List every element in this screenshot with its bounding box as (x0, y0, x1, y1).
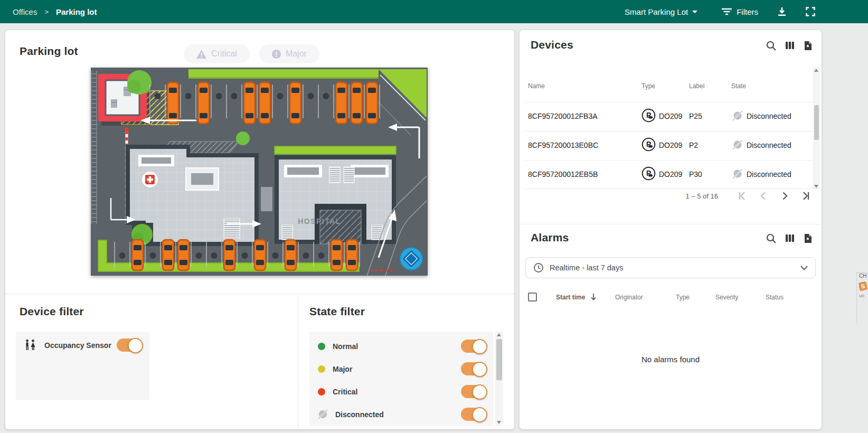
map-marker[interactable] (400, 248, 422, 270)
exclamation-circle-icon (272, 50, 281, 59)
toggle-disconnected[interactable] (461, 408, 485, 421)
parking-sensor-dot[interactable] (308, 93, 314, 99)
entity-select-label: Smart Parking Lot (625, 7, 688, 16)
col-alarm-type[interactable]: Type (676, 294, 690, 301)
parked-car[interactable] (285, 240, 296, 270)
section-divider (5, 294, 514, 294)
parking-sensor-dot[interactable] (185, 93, 192, 99)
alarms-columns-button[interactable] (785, 233, 795, 243)
device-type: DO209 (659, 141, 682, 149)
parking-sensor-dot[interactable] (196, 252, 202, 259)
parked-car[interactable] (167, 82, 178, 124)
alarms-title: Alarms (531, 231, 569, 244)
warning-triangle-icon (196, 50, 206, 59)
parking-sensor-dot[interactable] (231, 93, 238, 99)
row-divider (525, 189, 816, 189)
parking-sensor-dot[interactable] (323, 93, 329, 99)
filter-list-icon (722, 8, 732, 15)
col-severity[interactable]: Severity (715, 294, 738, 301)
toggle-occupancy-sensor[interactable] (117, 338, 141, 352)
parking-sensor-dot[interactable] (119, 252, 126, 259)
download-dashboard-button[interactable] (777, 7, 787, 16)
parked-car[interactable] (366, 82, 378, 124)
parked-car[interactable] (259, 82, 270, 124)
timewindow-selector[interactable]: Realtime - last 7 days (525, 257, 816, 278)
parked-car[interactable] (224, 240, 235, 270)
col-start-time[interactable]: Start time (556, 294, 585, 301)
search-icon (766, 233, 776, 243)
state-filter-scrollbar[interactable] (495, 332, 503, 426)
clock-icon (533, 262, 544, 273)
col-originator[interactable]: Originator (615, 294, 643, 301)
parking-sensor-icon: P (641, 137, 656, 152)
first-page-button[interactable] (737, 191, 748, 201)
toggle-normal[interactable] (461, 340, 485, 353)
device-label: P30 (689, 170, 702, 178)
sort-desc-icon[interactable] (590, 293, 597, 301)
timewindow-label: Realtime - last 7 days (550, 263, 623, 272)
parked-car[interactable] (290, 82, 301, 124)
parked-car[interactable] (331, 240, 342, 270)
col-label[interactable]: Label (689, 82, 704, 90)
entity-select-dropdown[interactable]: Smart Parking Lot (625, 7, 697, 16)
state-filter-row: Disconnected (309, 403, 494, 426)
col-state[interactable]: State (731, 82, 746, 90)
critical-label: Critical (333, 388, 357, 396)
map-alley (261, 187, 272, 211)
parking-sensor-dot[interactable] (277, 93, 284, 99)
parked-car[interactable] (351, 82, 362, 124)
parked-car[interactable] (132, 240, 143, 270)
scroll-down-icon[interactable] (814, 185, 818, 188)
parking-sensor-dot[interactable] (272, 252, 279, 259)
col-status[interactable]: Status (766, 294, 784, 301)
scroll-up-icon[interactable] (814, 69, 818, 72)
toggle-major[interactable] (461, 362, 485, 375)
critical-alarms-button[interactable]: Critical (184, 44, 250, 63)
last-page-button[interactable] (800, 191, 811, 201)
map-fence (91, 71, 97, 224)
parked-car[interactable] (163, 240, 174, 270)
devices-export-button[interactable] (804, 41, 812, 51)
parking-sensor-dot[interactable] (318, 252, 325, 259)
fullscreen-button[interactable] (806, 7, 815, 16)
previous-page-button[interactable] (758, 191, 769, 201)
chevron-down-icon (692, 11, 697, 13)
parking-sensor-dot[interactable] (211, 252, 218, 259)
device-name: 8CF957200012EB5B (528, 170, 598, 178)
parking-sensor-dot[interactable] (155, 93, 161, 99)
disconnected-label: Disconnected (335, 410, 384, 419)
device-label: P2 (689, 141, 698, 149)
parking-sensor-dot[interactable] (216, 93, 222, 99)
parked-car[interactable] (244, 82, 255, 124)
filter-divider (298, 296, 298, 429)
col-name[interactable]: Name (528, 82, 545, 90)
parking-sensor-dot[interactable] (242, 252, 248, 259)
parked-car[interactable] (254, 240, 266, 270)
parking-sensor-dot[interactable] (303, 252, 309, 259)
devices-search-button[interactable] (766, 41, 776, 51)
next-page-button[interactable] (779, 191, 790, 201)
scroll-up-icon[interactable] (497, 333, 501, 336)
scrollbar-thumb[interactable] (814, 105, 819, 140)
scrollbar-thumb[interactable] (496, 339, 502, 380)
parked-car[interactable] (336, 82, 347, 124)
critical-button-label: Critical (211, 49, 237, 59)
parked-car[interactable] (346, 240, 357, 270)
parked-car[interactable] (198, 82, 209, 124)
edge-overlay-fragment[interactable]: CH S uo (856, 272, 868, 323)
scroll-down-icon[interactable] (497, 421, 501, 424)
parked-car[interactable] (178, 240, 189, 270)
alarms-export-button[interactable] (804, 233, 812, 243)
major-alarms-button[interactable]: Major (259, 44, 319, 63)
filters-button[interactable]: Filters (722, 7, 758, 16)
toggle-critical[interactable] (461, 385, 485, 398)
breadcrumb-separator: > (44, 8, 49, 16)
col-type[interactable]: Type (641, 82, 655, 90)
select-all-checkbox[interactable] (528, 293, 537, 302)
parking-sensor-dot[interactable] (150, 252, 156, 259)
device-filter-box: Occupancy Sensor (16, 332, 149, 400)
devices-columns-button[interactable] (785, 41, 795, 51)
devices-scrollbar[interactable] (813, 67, 820, 190)
alarms-search-button[interactable] (766, 233, 776, 243)
breadcrumb-offices[interactable]: Offices (13, 7, 37, 16)
